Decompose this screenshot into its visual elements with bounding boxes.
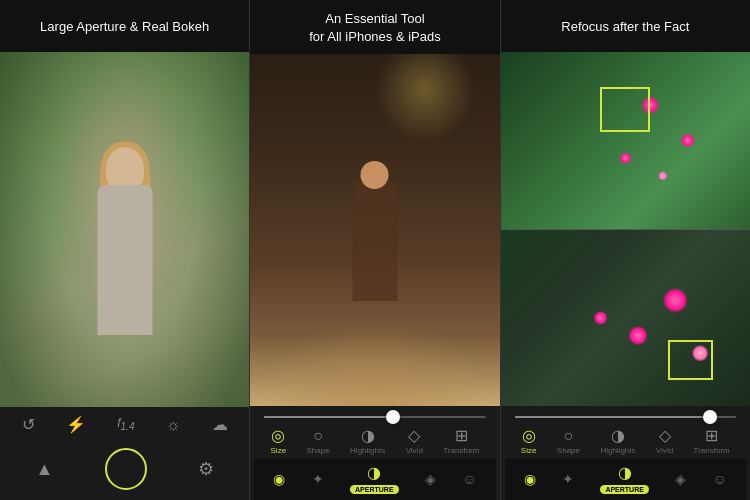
highlights-tool[interactable]: ◑ Highlights bbox=[350, 428, 385, 455]
shutter-button[interactable] bbox=[105, 448, 147, 490]
panel2-tab-camera[interactable]: ◉ bbox=[273, 471, 285, 487]
size-label: Size bbox=[271, 446, 287, 455]
panel-essential: An Essential Tool for All iPhones & iPad… bbox=[250, 0, 500, 500]
panel2-slider-row bbox=[254, 412, 495, 424]
size-icon: ◎ bbox=[271, 428, 285, 444]
panel-refocus: Refocus after the Fact ◎ Size bbox=[501, 0, 750, 500]
transform-label: Transform bbox=[443, 446, 479, 455]
panel3-slider-thumb[interactable] bbox=[703, 410, 717, 424]
vivid-icon: ◇ bbox=[408, 428, 420, 444]
panel2-tab-bar: ◉ ✦ ◑ APERTURE ◈ ☺ bbox=[254, 459, 495, 500]
panel3-tab-face[interactable]: ☺ bbox=[713, 471, 727, 487]
panel2-tools-row: ◎ Size ○ Shape ◑ Highlights ◇ Vivid ⊞ bbox=[254, 424, 495, 459]
panel3-tab-bar: ◉ ✦ ◑ APERTURE ◈ ☺ bbox=[505, 459, 746, 500]
panel3-size-icon: ◎ bbox=[522, 428, 536, 444]
vivid-tool[interactable]: ◇ Vivid bbox=[406, 428, 423, 455]
panel3-highlights-label: Highlights bbox=[600, 446, 635, 455]
panel3-vivid-tool[interactable]: ◇ Vivid bbox=[656, 428, 673, 455]
panel1-shutter-row: ▲ ⚙ bbox=[0, 442, 249, 500]
focus-bracket-top bbox=[600, 87, 650, 132]
panel3-vivid-label: Vivid bbox=[656, 446, 673, 455]
vivid2-icon: ◈ bbox=[425, 471, 436, 487]
panel3-vivid2-icon: ◈ bbox=[675, 471, 686, 487]
panel3-slider-track bbox=[515, 416, 736, 418]
panel3-size-tool[interactable]: ◎ Size bbox=[521, 428, 537, 455]
shape-tool[interactable]: ○ Shape bbox=[307, 428, 330, 455]
aperture-icon: ◑ bbox=[367, 463, 381, 482]
panel3-tab-aperture[interactable]: ◑ APERTURE bbox=[600, 463, 649, 494]
shape-icon: ○ bbox=[313, 428, 323, 444]
panel3-shape-label: Shape bbox=[557, 446, 580, 455]
size-tool[interactable]: ◎ Size bbox=[271, 428, 287, 455]
panel3-tab-bokeh[interactable]: ✦ bbox=[562, 471, 574, 487]
child-head bbox=[361, 161, 389, 189]
panel2-title: An Essential Tool for All iPhones & iPad… bbox=[250, 0, 499, 54]
panel3-vivid-icon: ◇ bbox=[659, 428, 671, 444]
vivid-label: Vivid bbox=[406, 446, 423, 455]
panel3-title: Refocus after the Fact bbox=[501, 0, 750, 52]
panel3-tools-row: ◎ Size ○ Shape ◑ Highlights ◇ Vivid ⊞ bbox=[505, 424, 746, 459]
highlights-label: Highlights bbox=[350, 446, 385, 455]
child-figure bbox=[352, 181, 397, 301]
flowers-top bbox=[501, 52, 750, 229]
panel3-transform-icon: ⊞ bbox=[705, 428, 718, 444]
rotate-icon[interactable]: ↺ bbox=[22, 415, 35, 434]
panel3-transform-label: Transform bbox=[694, 446, 730, 455]
panel3-camera-icon: ◉ bbox=[524, 471, 536, 487]
panel3-tab-camera[interactable]: ◉ bbox=[524, 471, 536, 487]
panel1-controls: ↺ ⚡ f1.4 ☼ ☁ ▲ ⚙ bbox=[0, 407, 249, 500]
panel3-aperture-icon: ◑ bbox=[618, 463, 632, 482]
shape-label: Shape bbox=[307, 446, 330, 455]
panel3-image bbox=[501, 52, 750, 406]
panel2-slider-track bbox=[264, 416, 485, 418]
panel3-aperture-tab-label: APERTURE bbox=[600, 485, 649, 494]
panel3-highlights-icon: ◑ bbox=[611, 428, 625, 444]
panel2-tab-face[interactable]: ☺ bbox=[462, 471, 476, 487]
flowers-bottom bbox=[501, 230, 750, 407]
highlights-icon: ◑ bbox=[361, 428, 375, 444]
panel1-title: Large Aperture & Real Bokeh bbox=[0, 0, 249, 52]
person-body bbox=[97, 185, 152, 335]
settings-icon[interactable]: ⚙ bbox=[198, 458, 214, 480]
panel3-controls: ◎ Size ○ Shape ◑ Highlights ◇ Vivid ⊞ bbox=[501, 406, 750, 500]
panel3-slider-fill bbox=[515, 416, 703, 418]
panel2-controls: ◎ Size ○ Shape ◑ Highlights ◇ Vivid ⊞ bbox=[250, 406, 499, 500]
panel3-bokeh-icon: ✦ bbox=[562, 471, 574, 487]
panel3-slider-row bbox=[505, 412, 746, 424]
panel3-transform-tool[interactable]: ⊞ Transform bbox=[694, 428, 730, 455]
aperture-tab-label: APERTURE bbox=[350, 485, 399, 494]
cloud-icon[interactable]: ☁ bbox=[212, 415, 228, 434]
focus-bracket-bottom bbox=[668, 340, 713, 380]
panel2-tab-vivid2[interactable]: ◈ bbox=[425, 471, 436, 487]
exposure-icon[interactable]: ☼ bbox=[166, 416, 181, 434]
panel2-slider-fill bbox=[264, 416, 386, 418]
person-figure bbox=[80, 147, 170, 407]
panel3-highlights-tool[interactable]: ◑ Highlights bbox=[600, 428, 635, 455]
panel-bokeh: Large Aperture & Real Bokeh ↺ ⚡ f1.4 ☼ ☁… bbox=[0, 0, 250, 500]
camera-icon: ◉ bbox=[273, 471, 285, 487]
panel2-tab-bokeh[interactable]: ✦ bbox=[312, 471, 324, 487]
panel1-icons-row: ↺ ⚡ f1.4 ☼ ☁ bbox=[0, 407, 249, 442]
panel3-shape-icon: ○ bbox=[564, 428, 574, 444]
panel3-shape-tool[interactable]: ○ Shape bbox=[557, 428, 580, 455]
panel1-image bbox=[0, 52, 249, 407]
main-panels: Large Aperture & Real Bokeh ↺ ⚡ f1.4 ☼ ☁… bbox=[0, 0, 750, 500]
flash-icon[interactable]: ⚡ bbox=[66, 415, 86, 434]
panel3-tab-vivid2[interactable]: ◈ bbox=[675, 471, 686, 487]
panel3-face-icon: ☺ bbox=[713, 471, 727, 487]
arrow-up-icon[interactable]: ▲ bbox=[36, 459, 54, 480]
panel2-slider-thumb[interactable] bbox=[386, 410, 400, 424]
bokeh-icon: ✦ bbox=[312, 471, 324, 487]
panel2-tab-aperture[interactable]: ◑ APERTURE bbox=[350, 463, 399, 494]
face-icon: ☺ bbox=[462, 471, 476, 487]
panel2-image bbox=[250, 54, 499, 406]
transform-icon: ⊞ bbox=[455, 428, 468, 444]
aperture-value-icon[interactable]: f1.4 bbox=[117, 416, 134, 432]
panel3-size-label: Size bbox=[521, 446, 537, 455]
transform-tool[interactable]: ⊞ Transform bbox=[443, 428, 479, 455]
